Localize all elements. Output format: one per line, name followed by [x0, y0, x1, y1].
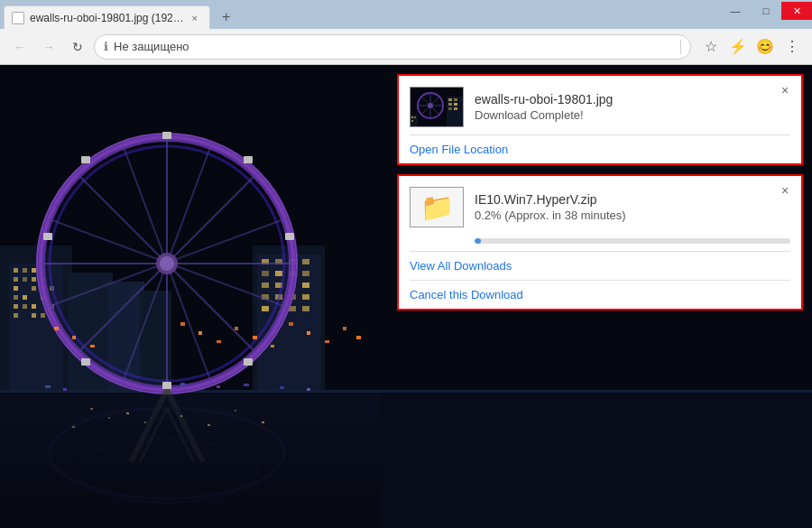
tab-favicon: [12, 12, 24, 24]
svg-rect-2: [0, 390, 812, 393]
address-bar[interactable]: ℹ Не защищено: [94, 34, 691, 60]
download-card-1: ewalls-ru-oboi-19801.jpg Download Comple…: [397, 74, 803, 165]
svg-rect-101: [253, 336, 257, 339]
svg-rect-89: [180, 383, 185, 385]
window-controls: — □ ✕: [720, 0, 812, 29]
svg-rect-117: [448, 98, 452, 101]
svg-rect-84: [208, 424, 210, 426]
download-panel: ewalls-ru-oboi-19801.jpg Download Comple…: [397, 74, 803, 310]
extensions-icon[interactable]: ⚡: [725, 34, 751, 60]
emoji-icon[interactable]: 😊: [752, 34, 778, 60]
svg-rect-19: [14, 304, 18, 309]
download-close-1[interactable]: ×: [776, 81, 794, 99]
svg-rect-46: [262, 306, 269, 311]
svg-rect-116: [447, 97, 463, 127]
svg-rect-86: [262, 421, 264, 423]
svg-rect-88: [63, 388, 67, 391]
svg-rect-97: [180, 322, 185, 326]
minimize-button[interactable]: —: [720, 2, 751, 20]
svg-point-114: [428, 103, 433, 108]
svg-rect-93: [307, 388, 310, 391]
svg-rect-103: [289, 322, 293, 326]
svg-rect-100: [235, 327, 238, 330]
svg-rect-105: [325, 340, 329, 343]
svg-rect-124: [411, 116, 413, 118]
download-card-2: 📁 IE10.Win7.HyperV.zip 0.2% (Approx. in …: [397, 174, 803, 310]
svg-rect-67: [162, 382, 171, 389]
svg-rect-82: [72, 426, 75, 428]
tab-close-button[interactable]: ×: [188, 11, 202, 25]
svg-rect-10: [32, 277, 36, 282]
folder-icon: 📁: [420, 191, 454, 223]
svg-rect-68: [81, 358, 90, 366]
svg-point-62: [160, 256, 174, 271]
new-tab-button[interactable]: +: [214, 5, 239, 29]
progress-bar-fill: [475, 238, 481, 244]
back-button[interactable]: ←: [7, 34, 32, 60]
svg-rect-16: [14, 295, 18, 300]
address-text: Не защищено: [114, 40, 675, 53]
svg-rect-126: [411, 120, 413, 122]
svg-rect-17: [23, 295, 27, 300]
download-status-1: Download Complete!: [475, 108, 790, 122]
download-status-2: 0.2% (Approx. in 38 minutes): [475, 208, 790, 222]
svg-rect-64: [244, 156, 253, 163]
svg-rect-94: [54, 327, 59, 330]
progress-bar-container: [475, 238, 790, 244]
svg-rect-87: [45, 385, 51, 388]
svg-rect-90: [217, 385, 220, 388]
svg-rect-8: [14, 277, 18, 282]
svg-rect-77: [0, 394, 379, 528]
download-header-1: ewalls-ru-oboi-19801.jpg Download Comple…: [399, 76, 801, 134]
refresh-button[interactable]: ↻: [65, 34, 90, 60]
view-all-downloads-button[interactable]: View All Downloads: [399, 252, 801, 280]
svg-rect-80: [126, 412, 129, 414]
svg-rect-99: [217, 340, 221, 343]
download-info-1: ewalls-ru-oboi-19801.jpg Download Comple…: [475, 92, 790, 122]
svg-rect-106: [343, 327, 346, 330]
cancel-download-button[interactable]: Cancel this Download: [399, 281, 801, 309]
svg-rect-41: [302, 283, 309, 288]
menu-button[interactable]: ⋮: [780, 34, 805, 60]
svg-rect-104: [307, 331, 310, 335]
svg-rect-122: [454, 107, 457, 110]
svg-rect-34: [302, 259, 309, 264]
download-filename-2: IE10.Win7.HyperV.zip: [475, 192, 790, 207]
active-tab[interactable]: ewalls-ru-oboi-19801.jpg (192… ×: [4, 5, 210, 29]
svg-rect-125: [414, 116, 416, 118]
bookmark-icon[interactable]: ☆: [698, 34, 724, 60]
svg-rect-24: [32, 313, 36, 318]
svg-rect-119: [448, 103, 452, 106]
svg-rect-66: [244, 358, 253, 366]
address-divider: [680, 40, 681, 54]
svg-rect-98: [198, 331, 202, 335]
svg-rect-38: [302, 271, 309, 276]
svg-rect-9: [23, 277, 27, 282]
download-close-2[interactable]: ×: [776, 181, 794, 199]
svg-rect-95: [72, 336, 76, 339]
svg-rect-92: [280, 386, 284, 389]
svg-rect-6: [23, 268, 27, 273]
download-thumbnail-1: [410, 87, 464, 127]
tab-title: ewalls-ru-oboi-19801.jpg (192…: [30, 12, 184, 24]
svg-rect-35: [262, 271, 269, 276]
title-bar: ewalls-ru-oboi-19801.jpg (192… × + — □ ✕: [0, 0, 812, 29]
svg-rect-85: [235, 410, 236, 412]
svg-rect-20: [23, 304, 27, 309]
svg-rect-120: [454, 103, 457, 106]
svg-rect-48: [302, 306, 309, 311]
forward-button[interactable]: →: [36, 34, 61, 60]
close-button[interactable]: ✕: [781, 2, 812, 20]
svg-rect-12: [14, 286, 18, 291]
download-info-2: IE10.Win7.HyperV.zip 0.2% (Approx. in 38…: [475, 192, 790, 222]
svg-rect-5: [14, 268, 18, 273]
svg-rect-91: [244, 384, 249, 386]
folder-thumbnail: 📁: [411, 188, 463, 227]
maximize-button[interactable]: □: [751, 2, 781, 20]
svg-rect-23: [14, 313, 18, 318]
svg-rect-13: [32, 286, 36, 291]
nav-bar: ← → ↻ ℹ Не защищено ☆ ⚡ 😊 ⋮: [0, 29, 812, 65]
open-file-location-button[interactable]: Open File Location: [399, 135, 801, 163]
svg-rect-102: [271, 345, 274, 347]
svg-rect-79: [108, 417, 110, 419]
